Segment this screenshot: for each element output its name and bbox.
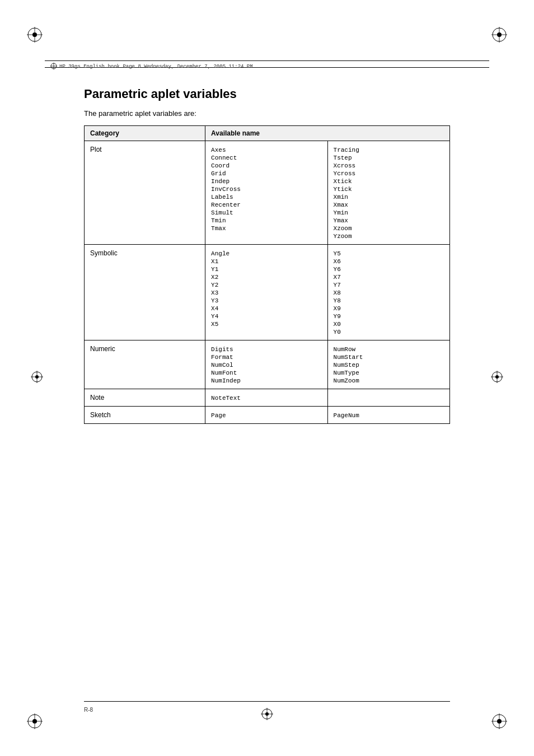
numeric-col2: NumRow NumStart NumStep NumType NumZoom bbox=[327, 340, 449, 389]
header-text: HP 39gs English.book Page 8 Wednesday, D… bbox=[59, 64, 253, 69]
corner-reg-tl bbox=[27, 27, 43, 43]
header-cross-icon bbox=[50, 62, 57, 72]
sketch-col2: PageNum bbox=[327, 407, 449, 424]
category-sketch: Sketch bbox=[85, 407, 205, 424]
table-row: Numeric Digits Format NumCol NumFont Num… bbox=[85, 340, 450, 389]
main-content: Parametric aplet variables The parametri… bbox=[84, 87, 450, 424]
table-row: Symbolic Angle X1 Y1 X2 Y2 X3 Y3 X4 Y4 X… bbox=[85, 245, 450, 340]
category-symbolic: Symbolic bbox=[85, 245, 205, 340]
intro-paragraph: The parametric aplet variables are: bbox=[84, 109, 450, 118]
category-numeric: Numeric bbox=[85, 340, 205, 389]
category-note: Note bbox=[85, 389, 205, 407]
side-reg-left bbox=[31, 371, 43, 385]
corner-reg-bl bbox=[27, 713, 43, 729]
page-title: Parametric aplet variables bbox=[84, 87, 450, 101]
sketch-col1: Page bbox=[205, 407, 327, 424]
category-plot: Plot bbox=[85, 141, 205, 245]
table-row: Sketch Page PageNum bbox=[85, 407, 450, 424]
header-bar: HP 39gs English.book Page 8 Wednesday, D… bbox=[50, 62, 484, 72]
variables-table: Category Available name Plot Axes Connec… bbox=[84, 125, 450, 424]
symbolic-col1: Angle X1 Y1 X2 Y2 X3 Y3 X4 Y4 X5 bbox=[205, 245, 327, 340]
numeric-col1: Digits Format NumCol NumFont NumIndep bbox=[205, 340, 327, 389]
footer-page-number: R-8 bbox=[84, 707, 93, 713]
corner-reg-br bbox=[491, 713, 507, 729]
note-col1: NoteText bbox=[205, 389, 327, 407]
column-header-category: Category bbox=[85, 126, 205, 141]
table-header-row: Category Available name bbox=[85, 126, 450, 141]
corner-reg-tr bbox=[491, 27, 507, 43]
side-reg-right bbox=[491, 371, 503, 385]
table-row: Note NoteText bbox=[85, 389, 450, 407]
column-header-available-name: Available name bbox=[205, 126, 450, 141]
footer: R-8 bbox=[84, 701, 450, 714]
plot-col2: Tracing Tstep Xcross Ycross Xtick Ytick … bbox=[327, 141, 449, 245]
plot-col1: Axes Connect Coord Grid Indep InvCross L… bbox=[205, 141, 327, 245]
symbolic-col2: Y5 X6 Y6 X7 Y7 X8 Y8 X9 Y9 X0 Y0 bbox=[327, 245, 449, 340]
header-rule-top bbox=[45, 60, 489, 61]
table-row: Plot Axes Connect Coord Grid Indep InvCr… bbox=[85, 141, 450, 245]
note-col2 bbox=[327, 389, 449, 407]
